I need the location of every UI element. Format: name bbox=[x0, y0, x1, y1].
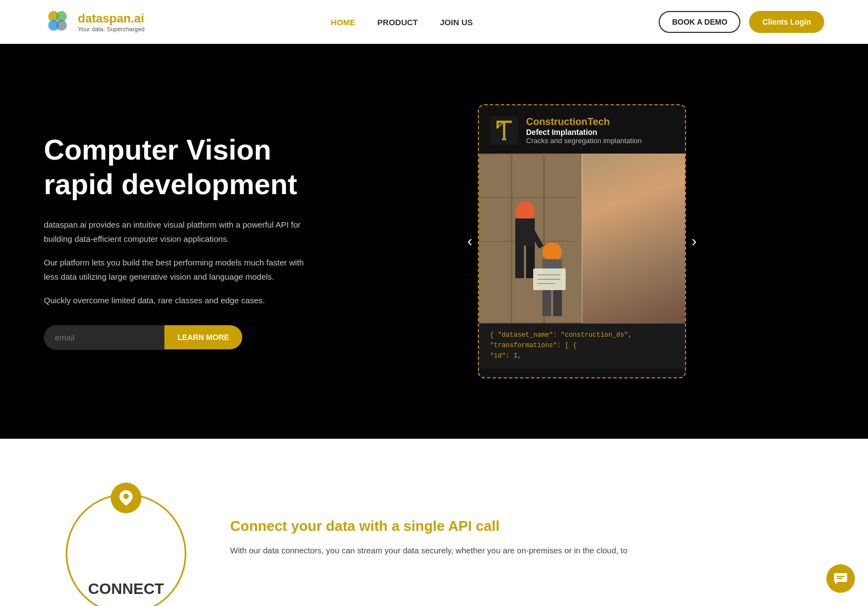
hero-title: Computer Vision rapid development bbox=[44, 133, 318, 201]
nav-actions: BOOK A DEMO Clients Login bbox=[659, 11, 824, 33]
learn-more-button[interactable]: LEARN MORE bbox=[164, 325, 242, 349]
svg-point-24 bbox=[542, 242, 562, 262]
connect-section: CONNECT Connect your data with a single … bbox=[0, 439, 868, 606]
hero-section: Computer Vision rapid development datasp… bbox=[0, 44, 868, 439]
nav-home[interactable]: HOME bbox=[331, 18, 356, 27]
crane-icon bbox=[494, 120, 514, 141]
email-input[interactable] bbox=[44, 325, 164, 350]
hero-desc-3: Quickly overcome limited data, rare clas… bbox=[44, 293, 318, 308]
logo: dataspan.ai Your data. Supercharged bbox=[44, 8, 145, 36]
email-row: LEARN MORE bbox=[44, 325, 318, 350]
connect-heading: Connect your data with a single API call bbox=[230, 518, 824, 535]
connect-label: CONNECT bbox=[88, 580, 164, 603]
card-category: ConstructionTech bbox=[526, 116, 642, 128]
hero-left: Computer Vision rapid development datasp… bbox=[44, 133, 340, 349]
book-demo-button[interactable]: BOOK A DEMO bbox=[659, 11, 740, 33]
product-card: ConstructionTech Defect Implantation Cra… bbox=[478, 104, 686, 378]
carousel-next-button[interactable]: › bbox=[686, 227, 702, 256]
code-line-2: "transformations": [ { bbox=[490, 341, 674, 351]
svg-rect-27 bbox=[553, 289, 562, 316]
chat-icon bbox=[833, 571, 848, 586]
nav-join-us[interactable]: JOIN US bbox=[440, 18, 473, 27]
nav-product[interactable]: PRODUCT bbox=[378, 18, 418, 27]
navbar: dataspan.ai Your data. Supercharged HOME… bbox=[0, 0, 868, 44]
card-header: ConstructionTech Defect Implantation Cra… bbox=[479, 105, 685, 154]
code-line-1: { "dataset_name": "construction_ds", bbox=[490, 330, 674, 341]
svg-point-33 bbox=[619, 229, 643, 253]
connect-graphic: CONNECT bbox=[44, 472, 208, 603]
svg-rect-9 bbox=[479, 155, 685, 323]
clients-login-button[interactable]: Clients Login bbox=[749, 11, 824, 33]
construction-photo bbox=[479, 154, 685, 324]
connect-pin-icon bbox=[118, 489, 134, 507]
svg-rect-21 bbox=[515, 246, 524, 278]
code-line-3: "id": 1, bbox=[490, 351, 674, 361]
card-code: { "dataset_name": "construction_ds", "tr… bbox=[479, 324, 685, 369]
logo-brand: dataspan.ai bbox=[78, 12, 145, 26]
hero-desc-1: dataspan.ai provides an intuitive visual… bbox=[44, 218, 318, 246]
connect-text-area: Connect your data with a single API call… bbox=[230, 518, 824, 558]
logo-text: dataspan.ai Your data. Supercharged bbox=[78, 12, 145, 32]
carousel-prev-button[interactable]: ‹ bbox=[462, 227, 478, 256]
chat-bubble[interactable] bbox=[826, 564, 855, 593]
construction-svg bbox=[479, 154, 685, 324]
connect-body: With our data connectors, you can stream… bbox=[230, 543, 824, 558]
svg-rect-26 bbox=[542, 289, 551, 316]
card-subtitle: Defect Implantation bbox=[526, 128, 642, 137]
svg-rect-5 bbox=[496, 121, 512, 123]
svg-rect-8 bbox=[502, 138, 506, 140]
svg-point-19 bbox=[515, 202, 535, 222]
logo-icon bbox=[44, 8, 72, 36]
logo-tagline: Your data. Supercharged bbox=[78, 26, 145, 32]
svg-rect-10 bbox=[582, 155, 685, 323]
card-desc: Cracks and segregation implantation bbox=[526, 137, 642, 145]
svg-point-3 bbox=[56, 20, 67, 31]
card-icon-wrap bbox=[490, 116, 518, 145]
svg-point-36 bbox=[123, 494, 129, 499]
card-title-block: ConstructionTech Defect Implantation Cra… bbox=[526, 116, 642, 145]
hero-desc-2: Our platform lets you build the best per… bbox=[44, 256, 318, 284]
hero-right: ‹ ConstructionTech Defect Implantation bbox=[340, 104, 824, 378]
connect-icon-node bbox=[111, 483, 141, 513]
nav-links: HOME PRODUCT JOIN US bbox=[331, 18, 473, 27]
card-image-wrap bbox=[479, 154, 685, 324]
